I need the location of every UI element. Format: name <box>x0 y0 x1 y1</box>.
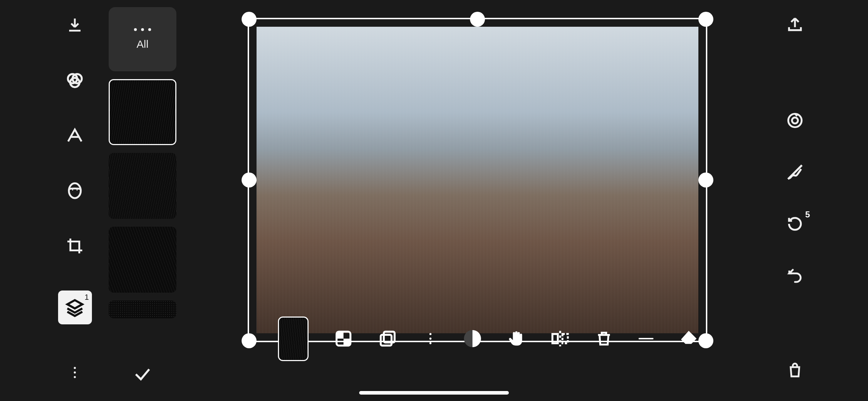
confirm-button[interactable] <box>132 364 153 385</box>
svg-rect-18 <box>563 334 568 343</box>
svg-rect-10 <box>337 332 344 339</box>
svg-rect-11 <box>343 339 351 346</box>
right-toolbar-top-group <box>784 14 806 36</box>
handle-bottom-right[interactable] <box>698 333 713 348</box>
crop-icon[interactable] <box>64 235 86 257</box>
filters-icon[interactable] <box>64 70 86 91</box>
target-icon[interactable] <box>784 110 806 131</box>
svg-rect-12 <box>381 335 392 345</box>
overlay-thumb-2[interactable] <box>109 153 176 219</box>
eraser-icon[interactable] <box>679 328 698 349</box>
handle-top-center[interactable] <box>470 12 485 27</box>
svg-point-5 <box>77 189 78 190</box>
overlay-panel: All <box>107 7 178 385</box>
svg-point-7 <box>74 371 76 374</box>
share-icon[interactable] <box>784 14 806 36</box>
shop-icon[interactable] <box>784 360 806 381</box>
more-horizontal-icon <box>134 28 151 31</box>
svg-point-19 <box>788 114 802 127</box>
current-overlay-thumb[interactable] <box>278 317 309 361</box>
trash-icon[interactable] <box>595 328 613 349</box>
svg-point-20 <box>792 117 798 123</box>
home-indicator <box>359 391 509 395</box>
face-icon[interactable] <box>64 180 86 201</box>
subtract-icon[interactable] <box>639 328 653 349</box>
svg-rect-17 <box>552 334 558 343</box>
overlay-thumb-1[interactable] <box>109 79 176 145</box>
contrast-icon[interactable] <box>464 328 481 349</box>
right-toolbar: 5 <box>775 0 815 401</box>
right-toolbar-bottom-group <box>784 360 806 381</box>
text-icon[interactable] <box>64 125 86 146</box>
svg-point-3 <box>69 183 81 198</box>
left-toolbar: 1 <box>53 0 96 401</box>
transform-bounding-box[interactable] <box>248 18 707 342</box>
hand-icon[interactable] <box>507 328 525 349</box>
left-toolbar-top-group: 1 <box>58 14 92 324</box>
more-vertical-icon[interactable] <box>64 362 86 383</box>
svg-point-14 <box>429 333 432 335</box>
download-icon[interactable] <box>64 14 86 36</box>
svg-rect-13 <box>384 332 394 343</box>
history-icon[interactable]: 5 <box>784 213 806 235</box>
layers-badge: 1 <box>84 293 89 302</box>
overlay-thumb-3[interactable] <box>109 227 176 293</box>
handle-bottom-left[interactable] <box>242 333 257 348</box>
undo-icon[interactable] <box>784 265 806 286</box>
handle-top-right[interactable] <box>698 12 713 27</box>
right-toolbar-mid-group: 5 <box>784 110 806 286</box>
overlay-thumb-4[interactable] <box>109 300 176 318</box>
handle-top-left[interactable] <box>242 12 257 27</box>
canvas-area <box>257 27 698 362</box>
layers-button[interactable]: 1 <box>58 291 92 324</box>
handle-middle-right[interactable] <box>698 173 713 187</box>
overlay-category-all[interactable]: All <box>109 7 176 71</box>
layer-toolbar <box>257 315 698 362</box>
flip-icon[interactable] <box>551 328 569 349</box>
svg-point-4 <box>72 189 73 190</box>
overlay-category-label: All <box>136 38 148 50</box>
transparency-icon[interactable] <box>334 328 353 349</box>
svg-point-16 <box>429 342 432 344</box>
app-root: 1 All <box>0 0 868 401</box>
history-badge: 5 <box>805 210 810 220</box>
more-vertical-icon[interactable] <box>423 328 438 349</box>
duplicate-icon[interactable] <box>378 328 397 349</box>
svg-point-8 <box>74 376 76 378</box>
handle-middle-left[interactable] <box>242 173 257 187</box>
svg-point-6 <box>74 367 76 369</box>
brush-off-icon[interactable] <box>784 161 806 183</box>
svg-point-15 <box>429 338 432 340</box>
